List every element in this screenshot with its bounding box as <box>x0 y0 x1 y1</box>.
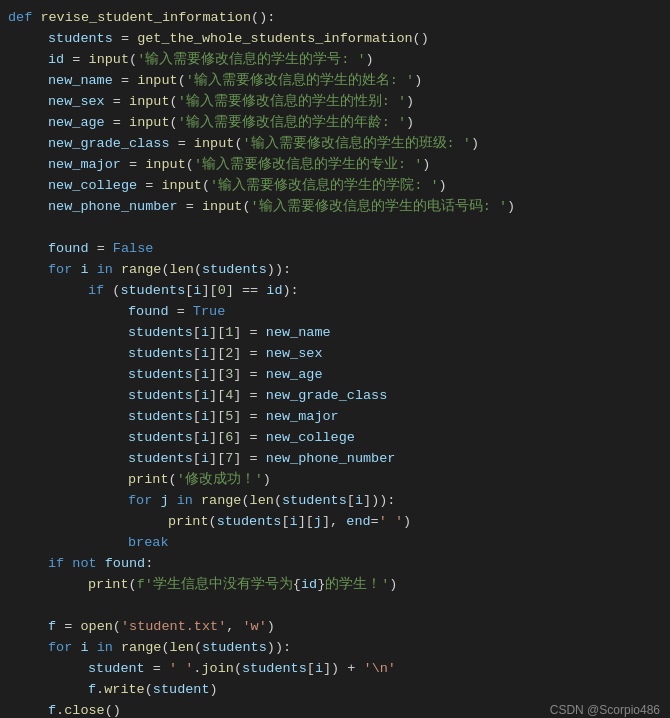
code-line: student = ' '.join(students[i]) + '\n' <box>0 659 670 680</box>
watermark: CSDN @Scorpio486 <box>550 701 660 718</box>
code-line: if (students[i][0] == id): <box>0 281 670 302</box>
code-line: new_sex = input('输入需要修改信息的学生的性别: ') <box>0 92 670 113</box>
code-line: for i in range(len(students)): <box>0 260 670 281</box>
code-line: found = False <box>0 239 670 260</box>
code-line: students[i][3] = new_age <box>0 365 670 386</box>
code-line: new_grade_class = input('输入需要修改信息的学生的班级:… <box>0 134 670 155</box>
code-line: for i in range(len(students)): <box>0 638 670 659</box>
code-line: f = open('student.txt', 'w') <box>0 617 670 638</box>
code-line: print(students[i][j], end=' ') <box>0 512 670 533</box>
code-line: students[i][7] = new_phone_number <box>0 449 670 470</box>
code-line: new_major = input('输入需要修改信息的学生的专业: ') <box>0 155 670 176</box>
code-line: students[i][1] = new_name <box>0 323 670 344</box>
code-line: if not found: <box>0 554 670 575</box>
code-line: new_phone_number = input('输入需要修改信息的学生的电话… <box>0 197 670 218</box>
code-line: print('修改成功！') <box>0 470 670 491</box>
code-line: new_college = input('输入需要修改信息的学生的学院: ') <box>0 176 670 197</box>
code-line <box>0 596 670 617</box>
code-line: students[i][2] = new_sex <box>0 344 670 365</box>
code-line: students = get_the_whole_students_inform… <box>0 29 670 50</box>
code-line: for j in range(len(students[i])): <box>0 491 670 512</box>
code-line: print(f'学生信息中没有学号为{id}的学生！') <box>0 575 670 596</box>
code-line: new_name = input('输入需要修改信息的学生的姓名: ') <box>0 71 670 92</box>
code-line: break <box>0 533 670 554</box>
code-line: students[i][5] = new_major <box>0 407 670 428</box>
code-line: students[i][4] = new_grade_class <box>0 386 670 407</box>
code-line: found = True <box>0 302 670 323</box>
code-line: def revise_student_information(): <box>0 8 670 29</box>
code-line: students[i][6] = new_college <box>0 428 670 449</box>
code-line <box>0 218 670 239</box>
code-container: def revise_student_information(): studen… <box>0 0 670 718</box>
code-line: id = input('输入需要修改信息的学生的学号: ') <box>0 50 670 71</box>
code-line: new_age = input('输入需要修改信息的学生的年龄: ') <box>0 113 670 134</box>
code-line: f.write(student) <box>0 680 670 701</box>
